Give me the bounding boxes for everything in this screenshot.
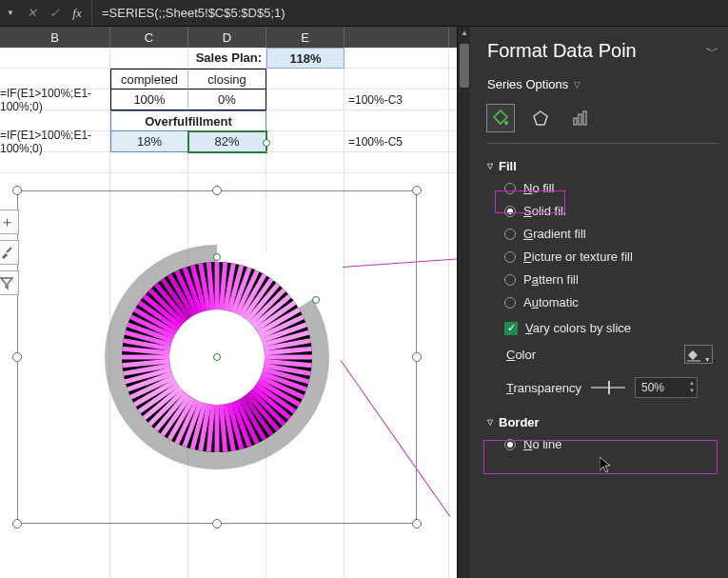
col-header-F[interactable] [344,27,449,48]
fx-icon[interactable]: fx [69,6,86,21]
color-label: Color [506,348,536,362]
expand-icon: ▽ [487,162,493,170]
highlight-transparency [483,440,718,474]
resize-handle[interactable] [12,352,22,362]
chart-filter-button[interactable] [0,270,19,295]
name-box-dropdown-icon[interactable]: ▼ [4,7,17,20]
row-6: =IF(E1>100%;E1-100%;0) 18% 82% =100%-C5 [0,131,449,152]
vary-colors-checkbox[interactable]: ✓ Vary colors by slice [487,321,718,335]
color-picker-button[interactable]: ▼ [684,345,713,364]
cell-CD5-merged[interactable]: Overfulfillment [110,110,266,131]
svg-point-78 [504,121,508,125]
cell-D6-selected[interactable]: 82% [188,131,266,152]
resize-handle[interactable] [12,519,22,528]
cancel-icon[interactable]: ✕ [23,6,40,20]
cell-C6[interactable]: 18% [110,131,188,152]
row-2: Sales Plan: 118% [0,48,449,69]
cell-B6[interactable]: =IF(E1>100%;E1-100%;0) [0,131,110,152]
cell-D3[interactable]: closing [188,69,266,90]
accept-icon[interactable]: ✓ [46,6,63,20]
worksheet-area: B C D E Sa [0,27,457,578]
transparency-label: Transparency [506,381,581,395]
scroll-thumb[interactable] [460,44,469,88]
checkmark-icon: ✓ [504,322,518,335]
series-options-label[interactable]: Series Options [487,77,568,91]
border-section-label: Border [499,415,540,429]
svg-point-77 [214,354,221,361]
cell-B4[interactable]: =IF(E1>100%;E1-100%;0) [0,90,110,110]
col-header-D[interactable]: D [188,27,266,48]
fill-section-header[interactable]: ▽ Fill [487,159,718,173]
radio-picture-fill[interactable]: Picture or texture fill [504,249,718,264]
chart-brush-button[interactable] [0,240,19,265]
formula-input[interactable]: =SERIES(;;Sheet5!$C$5:$D$5;1) [92,6,728,20]
pane-title: Format Data Poin [487,40,637,62]
border-section-header[interactable]: ▽ Border [487,415,718,429]
vertical-scrollbar[interactable]: ▲ [457,27,470,578]
cell-D2-label[interactable]: Sales Plan: [188,48,266,69]
svg-point-75 [214,254,221,261]
doughnut-chart[interactable] [93,233,341,481]
cell-D4[interactable]: 0% [188,90,266,110]
resize-handle[interactable] [12,186,22,195]
col-header-B[interactable]: B [0,27,110,48]
effects-tab-icon[interactable] [527,105,554,131]
resize-handle[interactable] [412,519,422,528]
cell-C3[interactable]: completed [110,69,188,90]
fill-section-label: Fill [499,159,517,173]
radio-automatic[interactable]: Automatic [504,295,718,309]
svg-rect-82 [583,111,586,125]
cell-F4[interactable]: =100%-C3 [344,90,449,110]
resize-handle[interactable] [212,519,222,528]
highlight-no-fill [495,190,565,213]
expand-icon: ▽ [487,418,493,427]
svg-rect-81 [579,114,581,125]
resize-handle[interactable] [412,352,422,362]
cell-C4[interactable]: 100% [110,90,188,110]
chart-object[interactable] [17,190,417,524]
svg-point-76 [313,297,320,304]
format-pane: Format Data Poin ﹀ Series Options ▽ ▽ Fi… [470,27,728,578]
transparency-slider[interactable] [591,387,625,389]
resize-handle[interactable] [412,186,422,195]
col-header-C[interactable]: C [110,27,188,48]
name-box-area: ▼ ✕ ✓ fx [0,0,92,26]
chart-plus-button[interactable]: ＋ [0,209,19,234]
chevron-down-icon[interactable]: ▽ [574,80,580,90]
cell-E2[interactable]: 118% [266,48,344,69]
transparency-input[interactable]: 50% ▲▼ [635,377,698,398]
column-headers: B C D E [0,27,457,48]
formula-bar: ▼ ✕ ✓ fx =SERIES(;;Sheet5!$C$5:$D$5;1) [0,0,728,27]
row-4: =IF(E1>100%;E1-100%;0) 100% 0% =100%-C3 [0,90,449,110]
cell-F6[interactable]: =100%-C5 [344,131,449,152]
pane-dropdown-icon[interactable]: ﹀ [706,43,718,60]
radio-pattern-fill[interactable]: Pattern fill [504,272,718,287]
svg-rect-83 [687,360,700,362]
col-header-E[interactable]: E [266,27,344,48]
radio-gradient-fill[interactable]: Gradient fill [504,227,718,241]
fill-tab-icon[interactable] [487,105,514,131]
cell-grid[interactable]: Sales Plan: 118% completed closing =IF(E… [0,48,457,578]
series-tab-icon[interactable] [567,105,594,131]
svg-marker-79 [534,111,547,125]
resize-handle[interactable] [212,186,222,195]
svg-rect-80 [574,118,577,125]
scroll-up-icon[interactable]: ▲ [458,27,471,40]
pane-tab-icons [487,101,718,144]
